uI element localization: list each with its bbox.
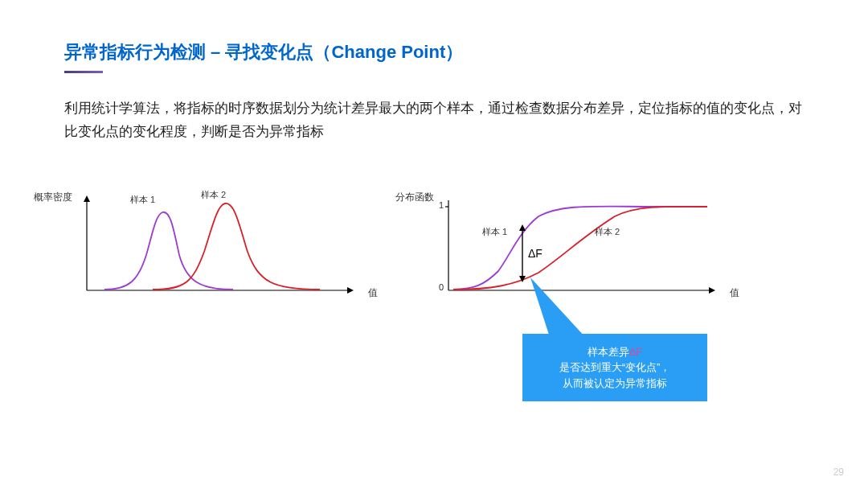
callout-line1: 样本差异ΔF: [531, 344, 698, 360]
page-number: 29: [833, 466, 844, 478]
charts-row: 概率密度 值 样本 1 样本 2 分布函数 值 1 0 样本 1 样本: [72, 192, 804, 305]
cdf-delta-label: ΔF: [528, 247, 542, 260]
cdf-chart: 分布函数 值 1 0 样本 1 样本 2 ΔF: [434, 192, 723, 305]
svg-marker-1: [84, 195, 90, 202]
callout-line3: 从而被认定为异常指标: [531, 376, 698, 392]
svg-marker-6: [709, 287, 715, 294]
svg-marker-9: [519, 224, 526, 231]
cdf-x-axis-label: 值: [730, 286, 739, 300]
pdf-sample2-label: 样本 2: [201, 189, 226, 201]
pdf-x-axis-label: 值: [368, 286, 378, 300]
callout-delta-f: ΔF: [629, 346, 643, 358]
pdf-sample1-label: 样本 1: [130, 194, 155, 206]
svg-marker-3: [347, 287, 354, 294]
callout-box: 样本差异ΔF 是否达到重大“变化点”， 从而被认定为异常指标: [522, 334, 707, 402]
cdf-sample2-label: 样本 2: [595, 226, 620, 238]
cdf-y-axis-label: 分布函数: [395, 191, 434, 204]
cdf-sample1-label: 样本 1: [482, 226, 507, 238]
callout-line2: 是否达到重大“变化点”，: [531, 360, 698, 376]
slide-content: 异常指标行为检测 – 寻找变化点（Change Point） 利用统计学算法，将…: [0, 0, 868, 489]
cdf-tick-1: 1: [439, 200, 444, 210]
callout-line1-prefix: 样本差异: [588, 346, 629, 358]
title-underline: [64, 71, 103, 73]
pdf-y-axis-label: 概率密度: [34, 191, 72, 204]
pdf-chart: 概率密度 值 样本 1 样本 2: [72, 192, 362, 305]
slide-description: 利用统计学算法，将指标的时序数据划分为统计差异最大的两个样本，通过检查数据分布差…: [64, 97, 804, 144]
slide-title: 异常指标行为检测 – 寻找变化点（Change Point）: [64, 40, 804, 64]
svg-marker-11: [530, 277, 585, 337]
cdf-tick-0: 0: [439, 282, 444, 292]
pdf-svg: [72, 192, 362, 305]
